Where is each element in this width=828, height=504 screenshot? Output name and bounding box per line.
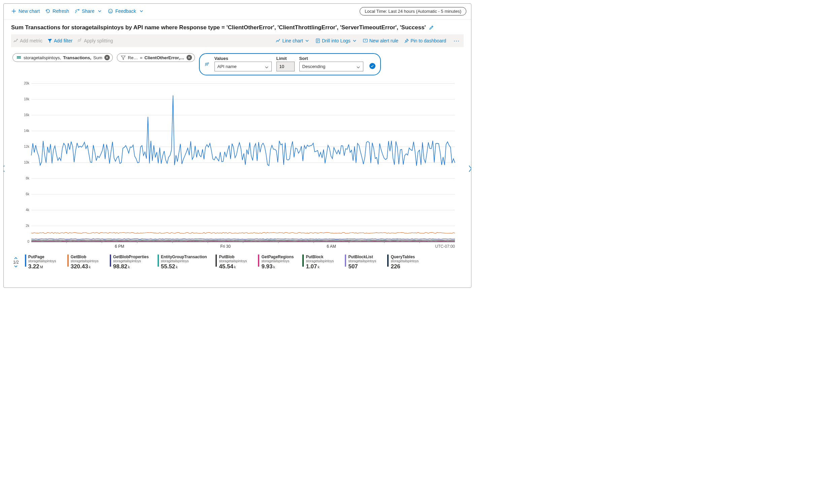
legend-color-swatch (67, 255, 69, 267)
values-label: Values (214, 56, 272, 61)
legend-item[interactable]: GetPageRegionsstoragetailspintoys9.93k (258, 255, 294, 270)
legend-color-swatch (216, 255, 217, 267)
svg-text:12k: 12k (24, 145, 30, 148)
legend-series-name: GetPageRegions (261, 255, 294, 259)
confirm-button[interactable] (369, 63, 375, 69)
values-select[interactable]: API name (214, 62, 272, 71)
svg-text:18k: 18k (24, 97, 30, 101)
legend-series-sub: storagetailspintoys (113, 259, 149, 263)
plus-icon (11, 8, 16, 14)
filter-pill[interactable]: Re… = ClientOtherError,… ✕ (117, 53, 195, 62)
legend-item[interactable]: GetBlobstoragetailspintoys320.43k (67, 255, 101, 270)
prev-time-button[interactable] (3, 165, 6, 174)
apply-splitting-button[interactable]: Apply splitting (77, 38, 113, 43)
svg-text:6k: 6k (26, 192, 30, 196)
series-line[interactable] (31, 95, 455, 166)
legend-color-swatch (302, 255, 304, 267)
logs-icon (315, 38, 321, 43)
series-line[interactable] (31, 240, 455, 241)
refresh-button[interactable]: Refresh (42, 7, 72, 15)
legend-series-value: 45.54k (219, 263, 247, 270)
refresh-icon (45, 8, 51, 14)
legend-item[interactable]: PutBlockstoragetailspintoys1.07k (302, 255, 336, 270)
sort-select[interactable]: Descending (299, 62, 363, 71)
feedback-button[interactable]: Feedback (105, 7, 146, 15)
legend-color-swatch (25, 255, 26, 267)
next-time-button[interactable] (468, 165, 471, 174)
split-icon (77, 38, 82, 43)
chevron-right-icon (468, 165, 471, 172)
chart-title-row: Sum Transactions for storagetailspintoys… (4, 20, 471, 34)
chevron-up-icon[interactable] (14, 257, 18, 260)
legend-series-name: GetBlob (71, 255, 99, 259)
pin-icon (404, 38, 409, 43)
legend-series-name: GetBlobProperties (113, 255, 149, 259)
drill-logs-button[interactable]: Drill into Logs (315, 38, 357, 43)
svg-rect-6 (17, 58, 21, 59)
more-actions-button[interactable]: ··· (452, 37, 462, 44)
sort-label: Sort (299, 56, 363, 61)
legend-series-value: 507 (348, 263, 376, 270)
legend-series-value: 3.22M (28, 263, 56, 270)
legend-series-sub: storagetailspintoys (219, 259, 247, 263)
add-filter-button[interactable]: Add filter (47, 38, 72, 43)
pin-button[interactable]: Pin to dashboard (404, 38, 446, 43)
svg-text:2k: 2k (26, 224, 30, 228)
legend-series-value: 9.93k (261, 263, 294, 270)
series-line[interactable] (31, 239, 455, 239)
add-metric-icon (13, 38, 19, 43)
new-chart-button[interactable]: New chart (8, 7, 42, 15)
time-range-picker[interactable]: Local Time: Last 24 hours (Automatic - 5… (360, 7, 466, 15)
legend-series-value: 320.43k (71, 263, 99, 270)
legend-color-swatch (387, 255, 389, 267)
legend-series-value: 98.82k (113, 263, 149, 270)
legend-item[interactable]: GetBlobPropertiesstoragetailspintoys98.8… (110, 255, 149, 270)
svg-text:10k: 10k (24, 161, 30, 164)
legend-item[interactable]: PutBlockListstoragetailspintoys507 (345, 255, 378, 270)
legend-series-sub: storagetailspintoys (348, 259, 376, 263)
legend-pager[interactable]: 1/2 (13, 257, 19, 268)
legend-item[interactable]: PutPagestoragetailspintoys3.22M (25, 255, 59, 270)
legend-series-value: 55.52k (161, 263, 207, 270)
legend-series-sub: storagetailspintoys (306, 259, 334, 263)
legend-series-name: QueryTables (391, 255, 419, 259)
legend-series-sub: storagetailspintoys (161, 259, 207, 263)
legend-series-name: PutBlob (219, 255, 247, 259)
limit-label: Limit (276, 56, 295, 61)
legend-series-value: 226 (391, 263, 419, 270)
legend-item[interactable]: QueryTablesstoragetailspintoys226 (387, 255, 421, 270)
chevron-down-icon (97, 8, 102, 14)
chart-type-dropdown[interactable]: Line chart (275, 38, 309, 43)
legend-color-swatch (110, 255, 111, 267)
chevron-down-icon[interactable] (14, 265, 18, 268)
chart-area: 02k4k6k8k10k12k14k16k18k20k 6 PMFri 306 … (4, 77, 471, 253)
top-toolbar: New chart Refresh Share Feedback Local T… (4, 4, 471, 19)
share-button[interactable]: Share (72, 7, 105, 15)
check-icon (370, 64, 374, 68)
svg-point-1 (110, 10, 110, 11)
legend-item[interactable]: EntityGroupTransactionstoragetailspintoy… (158, 255, 207, 270)
line-chart-icon (275, 38, 281, 43)
metric-pill[interactable]: storagetailspintoys, Transactions, Sum ✕ (12, 53, 113, 62)
line-chart[interactable]: 02k4k6k8k10k12k14k16k18k20k 6 PMFri 306 … (14, 80, 459, 252)
limit-input[interactable] (276, 62, 295, 71)
svg-text:0: 0 (27, 240, 29, 243)
legend-series-name: PutBlockList (348, 255, 376, 259)
add-metric-button[interactable]: Add metric (13, 38, 42, 43)
legend-series-sub: storagetailspintoys (28, 259, 56, 263)
series-line[interactable] (31, 232, 455, 233)
close-icon[interactable]: ✕ (104, 55, 110, 60)
chevron-down-icon (356, 65, 361, 70)
new-alert-button[interactable]: New alert rule (363, 38, 398, 43)
svg-text:20k: 20k (24, 81, 30, 85)
svg-point-2 (111, 10, 112, 11)
svg-text:14k: 14k (24, 129, 30, 133)
edit-icon[interactable] (429, 25, 434, 30)
svg-text:6 AM: 6 AM (327, 244, 336, 249)
chevron-left-icon (3, 165, 6, 172)
split-icon (204, 62, 210, 67)
close-icon[interactable]: ✕ (187, 55, 192, 60)
legend-item[interactable]: PutBlobstoragetailspintoys45.54k (216, 255, 249, 270)
chevron-down-icon (264, 65, 269, 70)
splitting-group: Values API name Limit Sort Descending (199, 53, 381, 75)
